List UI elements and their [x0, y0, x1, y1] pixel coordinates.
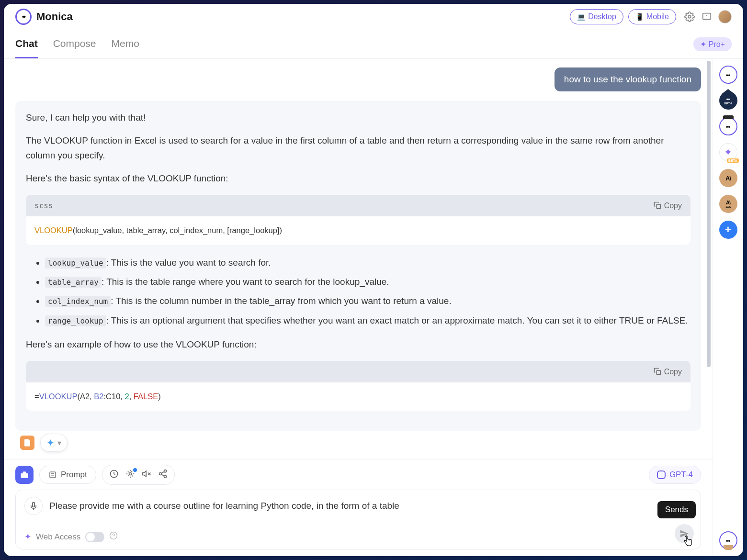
list-item: table_array: This is the table range whe… — [45, 275, 690, 289]
rail-anthropic[interactable]: A\ — [719, 169, 737, 187]
svg-marker-10 — [142, 471, 146, 477]
copy-button-2[interactable]: Copy — [654, 366, 682, 378]
svg-point-13 — [164, 470, 166, 472]
toolkit-button[interactable] — [15, 466, 34, 484]
rail-anthropic-100k[interactable]: A\100K — [719, 195, 737, 213]
param-list: lookup_value: This is the value you want… — [26, 256, 690, 328]
svg-point-14 — [159, 473, 161, 475]
rail-add[interactable]: + — [719, 221, 737, 239]
prompt-button[interactable]: Prompt — [39, 466, 96, 484]
model-icon — [657, 470, 666, 479]
desktop-label: Desktop — [588, 12, 616, 21]
code-body: VLOOKUP(lookup_value, table_array, col_i… — [26, 216, 690, 245]
rail-artist[interactable]: •• — [719, 117, 737, 135]
svg-rect-2 — [656, 204, 661, 209]
send-tooltip: Sends — [657, 501, 696, 518]
code-lang: scss — [34, 200, 53, 212]
tab-chat[interactable]: Chat — [15, 30, 38, 58]
mobile-label: Mobile — [646, 12, 669, 21]
tabs-row: Chat Compose Memo ✦ Pro+ — [4, 30, 743, 59]
header: •• Monica 💻 Desktop 📱 Mobile — [4, 4, 743, 30]
copy-label-2: Copy — [664, 366, 682, 378]
rail-gpt4[interactable]: ••GPT-4 — [719, 91, 737, 110]
mobile-icon: 📱 — [635, 13, 644, 21]
code-block-example: Copy =VLOOKUP(A2, B2:C10, 2, FALSE) — [26, 361, 690, 411]
help-icon[interactable] — [701, 11, 713, 22]
web-access-toggle[interactable] — [85, 532, 104, 542]
pro-badge[interactable]: ✦ Pro+ — [693, 37, 732, 51]
svg-point-15 — [164, 475, 166, 478]
tab-compose[interactable]: Compose — [53, 30, 96, 58]
list-item: range_lookup: This is an optional argume… — [45, 314, 690, 328]
model-selector[interactable]: GPT-4 — [649, 466, 701, 484]
tool-icons — [102, 465, 175, 485]
model-label: GPT-4 — [669, 470, 693, 480]
svg-point-9 — [129, 473, 131, 475]
sparkle-icon: ✦ — [700, 40, 706, 49]
svg-line-17 — [161, 471, 164, 473]
mute-icon[interactable] — [142, 469, 151, 481]
app-name: Monica — [36, 11, 73, 23]
code-lang-2 — [34, 366, 39, 378]
bot-p3: Here's the basic syntax of the VLOOKUP f… — [26, 171, 690, 186]
logo-icon: •• — [15, 9, 32, 25]
code-block-syntax: scss Copy VLOOKUP(lookup_value, table_ar… — [26, 195, 690, 245]
share-icon[interactable] — [158, 469, 168, 481]
rail-monica[interactable]: •• — [719, 66, 737, 84]
logo: •• Monica — [15, 9, 73, 25]
float-tools: ✦ ▾ — [20, 434, 68, 452]
svg-line-16 — [161, 474, 164, 476]
rail-monica-alt[interactable]: •• — [719, 531, 737, 549]
help-circle-icon[interactable] — [109, 531, 118, 542]
sparkle-icon: ✦ — [24, 532, 31, 542]
rail-gem[interactable]: ✦BETA — [719, 143, 737, 161]
gear-icon[interactable] — [125, 469, 135, 481]
tab-memo[interactable]: Memo — [112, 30, 139, 58]
avatar[interactable] — [718, 10, 732, 23]
puzzle-icon: ✦ — [46, 437, 55, 448]
laptop-icon: 💻 — [577, 13, 585, 21]
model-rail: •• ••GPT-4 •• ✦BETA A\ A\100K + •• — [713, 59, 743, 556]
mobile-button[interactable]: 📱 Mobile — [628, 9, 676, 24]
bot-p4: Here's an example of how to use the VLOO… — [26, 337, 690, 352]
settings-icon[interactable] — [684, 11, 695, 22]
pdf-icon[interactable] — [20, 436, 34, 450]
svg-rect-4 — [21, 473, 28, 478]
list-item: lookup_value: This is the value you want… — [45, 256, 690, 270]
pro-label: Pro+ — [709, 40, 725, 49]
chat-input[interactable] — [49, 501, 692, 511]
web-access-label: Web Access — [36, 532, 80, 542]
code-body-2: =VLOOKUP(A2, B2:C10, 2, FALSE) — [26, 382, 690, 411]
svg-rect-3 — [656, 370, 661, 375]
history-icon[interactable] — [109, 469, 119, 481]
mic-button[interactable] — [24, 497, 43, 515]
cursor-icon — [682, 535, 693, 550]
scrollbar[interactable] — [707, 61, 711, 367]
input-area: Prompt GPT-4 — [4, 459, 713, 556]
app-window: •• Monica 💻 Desktop 📱 Mobile Ch — [4, 4, 743, 556]
bot-p1: Sure, I can help you with that! — [26, 111, 690, 125]
list-item: col_index_num: This is the column number… — [45, 294, 690, 308]
user-message: how to use the vlookup function — [555, 67, 701, 91]
svg-point-0 — [688, 15, 691, 18]
bot-message: Sure, I can help you with that! The VLOO… — [15, 101, 701, 431]
copy-button[interactable]: Copy — [654, 200, 682, 212]
prompt-label: Prompt — [61, 470, 87, 480]
desktop-button[interactable]: 💻 Desktop — [570, 9, 623, 24]
copy-label: Copy — [664, 200, 682, 212]
input-box: ✦ Web Access Sends — [15, 490, 701, 549]
bot-p2: The VLOOKUP function in Excel is used to… — [26, 134, 690, 163]
chevron-down-icon: ▾ — [57, 438, 61, 448]
chat-scroll[interactable]: how to use the vlookup function Sure, I … — [4, 59, 713, 459]
extensions-button[interactable]: ✦ ▾ — [40, 434, 68, 452]
